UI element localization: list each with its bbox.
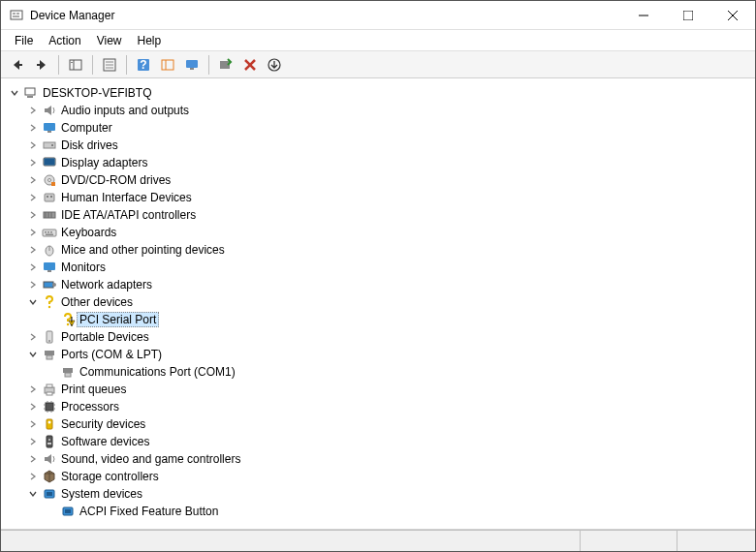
tree-node-label: Processors (61, 400, 119, 414)
action-button[interactable] (157, 54, 178, 76)
menu-help[interactable]: Help (130, 32, 170, 49)
chevron-right-icon[interactable] (27, 227, 39, 238)
tree-node[interactable]: Other devices (5, 293, 751, 311)
software-icon (42, 434, 57, 449)
chevron-right-icon[interactable] (27, 192, 39, 203)
chevron-right-icon[interactable] (27, 453, 39, 465)
svg-point-56 (48, 306, 50, 308)
arrow-left-icon (10, 57, 25, 73)
svg-rect-10 (70, 60, 81, 70)
tree-node-label: Communications Port (COM1) (79, 365, 236, 379)
update-driver-button[interactable] (264, 54, 285, 76)
maximize-button[interactable] (666, 1, 710, 30)
tree-node[interactable]: IDE ATA/ATAPI controllers (5, 206, 751, 224)
chevron-right-icon[interactable] (27, 244, 39, 256)
tree-node[interactable]: Print queues (5, 381, 751, 398)
chevron-right-icon[interactable] (27, 383, 39, 395)
chevron-right-icon[interactable] (27, 279, 39, 291)
mouse-icon (42, 242, 57, 258)
tree-node[interactable]: Sound, video and game controllers (5, 450, 751, 468)
tree-node-label: Mice and other pointing devices (61, 243, 225, 257)
menu-action[interactable]: Action (41, 32, 88, 49)
chevron-down-icon[interactable] (27, 296, 39, 308)
tree-node[interactable]: DESKTOP-VEFIBTQ (5, 84, 751, 102)
properties-button[interactable] (99, 54, 120, 76)
tree-node-label: Display adapters (61, 156, 147, 169)
menu-file[interactable]: File (7, 32, 41, 49)
printer-icon (42, 382, 57, 397)
tree-node[interactable]: Processors (5, 398, 751, 415)
tree-node[interactable]: !PCI Serial Port (5, 311, 751, 328)
chevron-right-icon[interactable] (27, 105, 39, 116)
tree-node[interactable]: Security devices (5, 415, 751, 433)
menu-view[interactable]: View (89, 32, 130, 49)
chevron-right-icon[interactable] (27, 401, 39, 413)
monitor-blue-icon (42, 120, 57, 136)
chevron-right-icon[interactable] (27, 174, 39, 186)
svg-point-80 (48, 439, 50, 441)
svg-rect-37 (51, 182, 55, 186)
svg-rect-22 (190, 68, 194, 70)
tree-node[interactable]: Storage controllers (5, 468, 751, 485)
chevron-right-icon[interactable] (27, 209, 39, 221)
tree-node[interactable]: DVD/CD-ROM drives (5, 171, 751, 189)
svg-rect-81 (47, 443, 51, 445)
chevron-down-icon[interactable] (27, 488, 39, 500)
tree-node-label: Network adapters (61, 278, 152, 291)
close-button[interactable] (710, 1, 755, 30)
help-button[interactable]: ? (133, 54, 154, 76)
status-cell-main (1, 531, 581, 551)
monitor-blue-icon (42, 260, 57, 275)
chevron-right-icon[interactable] (27, 471, 39, 482)
chevron-right-icon[interactable] (27, 418, 39, 430)
svg-point-40 (50, 196, 52, 198)
show-hide-tree-button[interactable] (65, 54, 86, 76)
arrow-right-icon (34, 57, 49, 73)
chevron-right-icon[interactable] (27, 261, 39, 273)
tree-node[interactable]: System devices (5, 485, 751, 503)
chevron-right-icon[interactable] (27, 436, 39, 447)
window-icon (9, 8, 24, 23)
tree-panel-icon (68, 57, 83, 73)
device-tree[interactable]: DESKTOP-VEFIBTQAudio inputs and outputsC… (1, 78, 755, 530)
action-panel-icon (160, 57, 175, 73)
tree-node[interactable]: Computer (5, 119, 751, 137)
minimize-button[interactable] (621, 1, 666, 30)
chevron-right-icon[interactable] (27, 139, 39, 151)
tree-node-label: Audio inputs and outputs (61, 104, 189, 117)
tree-node[interactable]: Network adapters (5, 276, 751, 293)
svg-rect-66 (47, 384, 52, 387)
svg-text:?: ? (140, 58, 146, 72)
chevron-right-icon[interactable] (27, 157, 39, 169)
tree-node[interactable]: ACPI Fixed Feature Button (5, 503, 751, 520)
chevron-down-icon[interactable] (27, 349, 39, 360)
tree-node[interactable]: Disk drives (5, 137, 751, 154)
tree-node[interactable]: Audio inputs and outputs (5, 102, 751, 119)
tree-node[interactable]: Mice and other pointing devices (5, 241, 751, 259)
tree-node[interactable]: Ports (COM & LPT) (5, 346, 751, 363)
tree-node[interactable]: Software devices (5, 433, 751, 450)
chevron-right-icon[interactable] (27, 122, 39, 134)
chevron-down-icon[interactable] (9, 87, 20, 99)
svg-rect-53 (47, 270, 51, 272)
status-cell-3 (677, 531, 755, 551)
tree-node[interactable]: Keyboards (5, 224, 751, 241)
chevron-right-icon[interactable] (27, 331, 39, 343)
help-icon: ? (136, 57, 151, 73)
tree-node[interactable]: Display adapters (5, 154, 751, 171)
back-button[interactable] (7, 54, 28, 76)
tree-node[interactable]: Monitors (5, 259, 751, 276)
tree-node[interactable]: Portable Devices (5, 328, 751, 346)
uninstall-button[interactable] (239, 54, 261, 76)
drive-icon (42, 138, 57, 153)
scan-hardware-button[interactable] (215, 54, 236, 76)
tree-node-label: DESKTOP-VEFIBTQ (43, 86, 151, 100)
tree-node-label: System devices (61, 487, 142, 501)
tree-node[interactable]: Communications Port (COM1) (5, 363, 751, 381)
forward-button[interactable] (31, 54, 52, 76)
show-monitor-button[interactable] (181, 54, 203, 76)
statusbar (1, 530, 755, 551)
port-icon (60, 364, 76, 380)
tree-node[interactable]: Human Interface Devices (5, 189, 751, 206)
toolbar: ? (1, 51, 755, 78)
